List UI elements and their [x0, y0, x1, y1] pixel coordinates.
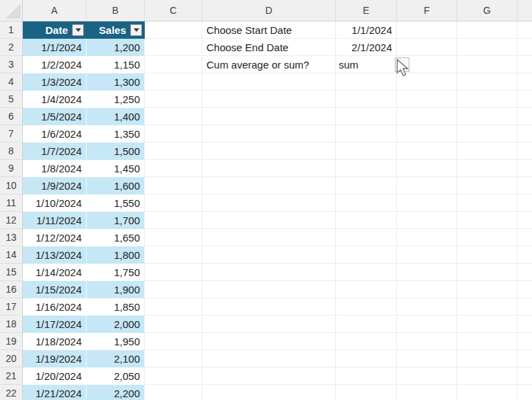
cell-F15[interactable] — [397, 264, 457, 281]
cell-D1[interactable]: Choose Start Date — [202, 21, 336, 39]
cell-E6[interactable] — [336, 108, 397, 125]
cell-A12[interactable]: 1/11/2024 — [23, 212, 87, 229]
cell-E22[interactable] — [336, 385, 397, 400]
row-heading-17[interactable]: 17 — [0, 298, 23, 316]
sales-filter-button[interactable] — [130, 24, 142, 36]
cell-C20[interactable] — [145, 350, 202, 367]
column-heading-D[interactable]: D — [202, 0, 336, 21]
cell-G16[interactable] — [457, 281, 517, 298]
cell-E4[interactable] — [336, 73, 397, 91]
row-heading-21[interactable]: 21 — [0, 367, 23, 385]
cell-D8[interactable] — [202, 143, 336, 160]
row-heading-12[interactable]: 12 — [0, 212, 23, 229]
cell-D11[interactable] — [202, 194, 336, 212]
row-heading-2[interactable]: 2 — [0, 39, 23, 56]
cell-A19[interactable]: 1/18/2024 — [23, 333, 87, 350]
cell-C11[interactable] — [145, 194, 202, 212]
cell-H17[interactable] — [517, 298, 532, 316]
cell-G1[interactable] — [457, 21, 517, 39]
row-heading-16[interactable]: 16 — [0, 281, 23, 298]
cell-C4[interactable] — [145, 73, 202, 91]
cell-D6[interactable] — [202, 108, 336, 125]
row-heading-6[interactable]: 6 — [0, 108, 23, 125]
cell-H2[interactable] — [517, 39, 532, 56]
cell-G21[interactable] — [457, 367, 517, 385]
date-filter-button[interactable] — [72, 24, 84, 36]
cell-G17[interactable] — [457, 298, 517, 316]
cell-D21[interactable] — [202, 367, 336, 385]
cell-H19[interactable] — [517, 333, 532, 350]
cell-F6[interactable] — [397, 108, 457, 125]
cell-E12[interactable] — [336, 212, 397, 229]
cell-C14[interactable] — [145, 246, 202, 264]
cell-H3[interactable] — [517, 56, 532, 73]
cell-G3[interactable] — [457, 56, 517, 73]
cell-A11[interactable]: 1/10/2024 — [23, 194, 87, 212]
cell-F22[interactable] — [397, 385, 457, 400]
cell-C21[interactable] — [145, 367, 202, 385]
cell-C5[interactable] — [145, 91, 202, 108]
row-heading-1[interactable]: 1 — [0, 21, 23, 39]
cell-D20[interactable] — [202, 350, 336, 367]
cell-G10[interactable] — [457, 177, 517, 194]
cell-C13[interactable] — [145, 229, 202, 246]
cell-D2[interactable]: Choose End Date — [202, 39, 336, 56]
cell-E14[interactable] — [336, 246, 397, 264]
cell-A18[interactable]: 1/17/2024 — [23, 316, 87, 333]
cell-D16[interactable] — [202, 281, 336, 298]
column-heading-B[interactable]: B — [87, 0, 145, 21]
cell-C16[interactable] — [145, 281, 202, 298]
cell-E3[interactable]: sum — [336, 56, 397, 73]
cell-D3[interactable]: Cum average or sum? — [202, 56, 336, 73]
cell-E9[interactable] — [336, 160, 397, 177]
cell-A6[interactable]: 1/5/2024 — [23, 108, 87, 125]
cell-E20[interactable] — [336, 350, 397, 367]
cell-A8[interactable]: 1/7/2024 — [23, 143, 87, 160]
cell-F5[interactable] — [397, 91, 457, 108]
cell-B14[interactable]: 1,800 — [87, 246, 145, 264]
cell-G4[interactable] — [457, 73, 517, 91]
select-all-corner[interactable] — [0, 0, 23, 21]
cell-F16[interactable] — [397, 281, 457, 298]
cell-D9[interactable] — [202, 160, 336, 177]
cell-H9[interactable] — [517, 160, 532, 177]
cell-B15[interactable]: 1,750 — [87, 264, 145, 281]
cell-B10[interactable]: 1,600 — [87, 177, 145, 194]
row-heading-9[interactable]: 9 — [0, 160, 23, 177]
cell-E5[interactable] — [336, 91, 397, 108]
cell-H14[interactable] — [517, 246, 532, 264]
cell-H16[interactable] — [517, 281, 532, 298]
cell-F17[interactable] — [397, 298, 457, 316]
row-heading-13[interactable]: 13 — [0, 229, 23, 246]
row-heading-19[interactable]: 19 — [0, 333, 23, 350]
cell-C10[interactable] — [145, 177, 202, 194]
cell-E1[interactable]: 1/1/2024 — [336, 21, 397, 39]
cell-D7[interactable] — [202, 125, 336, 143]
cell-D12[interactable] — [202, 212, 336, 229]
cell-C19[interactable] — [145, 333, 202, 350]
cell-H7[interactable] — [517, 125, 532, 143]
cell-A22[interactable]: 1/21/2024 — [23, 385, 87, 400]
cell-B12[interactable]: 1,700 — [87, 212, 145, 229]
cell-D17[interactable] — [202, 298, 336, 316]
cell-A1[interactable]: Date — [23, 21, 87, 39]
cell-A21[interactable]: 1/20/2024 — [23, 367, 87, 385]
cell-H10[interactable] — [517, 177, 532, 194]
cell-C3[interactable] — [145, 56, 202, 73]
cell-B4[interactable]: 1,300 — [87, 73, 145, 91]
cell-B2[interactable]: 1,200 — [87, 39, 145, 56]
cell-B20[interactable]: 2,100 — [87, 350, 145, 367]
cell-G14[interactable] — [457, 246, 517, 264]
cell-E11[interactable] — [336, 194, 397, 212]
cell-G15[interactable] — [457, 264, 517, 281]
row-heading-20[interactable]: 20 — [0, 350, 23, 367]
row-heading-8[interactable]: 8 — [0, 143, 23, 160]
row-heading-11[interactable]: 11 — [0, 194, 23, 212]
cell-H22[interactable] — [517, 385, 532, 400]
cell-A2[interactable]: 1/1/2024 — [23, 39, 87, 56]
cell-F21[interactable] — [397, 367, 457, 385]
column-heading-partial[interactable] — [517, 0, 532, 21]
cell-F11[interactable] — [397, 194, 457, 212]
cell-G11[interactable] — [457, 194, 517, 212]
cell-G20[interactable] — [457, 350, 517, 367]
